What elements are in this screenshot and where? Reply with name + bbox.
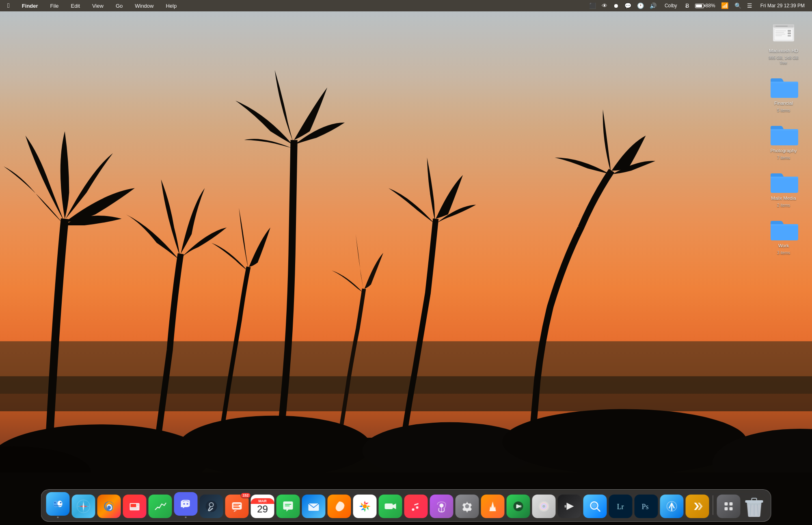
transloader-icon: [660, 495, 684, 518]
spotlight-record-icon[interactable]: ⏺: [613, 2, 619, 9]
svg-point-64: [543, 506, 544, 507]
dock-item-finder[interactable]: [46, 492, 70, 518]
dock-item-mango-badge[interactable]: 152: [225, 495, 249, 518]
dock-item-music[interactable]: [404, 495, 428, 518]
news-icon: [123, 495, 147, 518]
menubar:  Finder File Edit View Go Window Help ⬛…: [0, 0, 812, 11]
volume-icon[interactable]: 🔊: [650, 2, 657, 9]
control-center-icon[interactable]: ☰: [747, 2, 752, 9]
dock-item-app1[interactable]: [328, 495, 351, 518]
svg-point-6: [502, 409, 747, 475]
dock-item-podcasts[interactable]: [430, 495, 454, 518]
desktop-item-photography[interactable]: Photography 7 items: [763, 119, 804, 163]
desktop-item-malix-media[interactable]: Malix Media 2 items: [763, 167, 804, 210]
hard-drive-icon: [770, 19, 797, 46]
unknown-icon: [717, 495, 741, 518]
file-menu[interactable]: File: [48, 2, 61, 10]
dock-item-messages[interactable]: [276, 495, 300, 518]
settings-icon: [456, 495, 479, 518]
edit-menu[interactable]: Edit: [69, 2, 82, 10]
search-icon[interactable]: 🔍: [734, 2, 741, 9]
clock-face-icon[interactable]: 🕐: [637, 2, 644, 9]
dock-item-cd[interactable]: [532, 495, 556, 518]
cd-icon: [532, 495, 556, 518]
calendar-icon: MAR 29: [251, 495, 274, 518]
apple-menu[interactable]: : [5, 1, 12, 10]
dock-item-mail[interactable]: [302, 495, 326, 518]
app-name[interactable]: Finder: [19, 2, 41, 10]
wifi-icon[interactable]: 📶: [721, 2, 729, 9]
fcpx-icon: [558, 495, 581, 518]
dock-item-news[interactable]: [123, 495, 147, 518]
garageband-icon: [507, 495, 530, 518]
dock-item-garageband[interactable]: [507, 495, 530, 518]
view-menu[interactable]: View: [90, 2, 106, 10]
svg-point-25: [54, 502, 56, 503]
podcasts-icon: [430, 495, 454, 518]
dock-item-safari[interactable]: [72, 495, 95, 518]
dock-item-stocks[interactable]: [149, 495, 172, 518]
dock-item-facetime[interactable]: [379, 495, 402, 518]
dock-item-plex[interactable]: [686, 495, 709, 518]
svg-rect-53: [385, 503, 393, 509]
macintosh-hd-label: Macintosh HD: [769, 48, 798, 54]
dock-item-discord[interactable]: [174, 492, 198, 518]
work-label: Work: [778, 243, 789, 249]
svg-line-68: [597, 508, 600, 511]
svg-rect-50: [285, 506, 290, 506]
dock-item-photoshop[interactable]: Ps: [635, 495, 658, 518]
macintosh-hd-sublabel: 995 GB, 148 GB free: [766, 56, 801, 65]
work-folder-icon: [769, 217, 798, 241]
battery-percent: 88%: [706, 3, 715, 9]
svg-rect-46: [233, 504, 241, 505]
desktop:  Finder File Edit View Go Window Help ⬛…: [0, 0, 812, 525]
dock-item-transloader[interactable]: [660, 495, 684, 518]
datetime[interactable]: Fri Mar 29 12:39 PM: [758, 2, 807, 9]
dock-item-lightroom[interactable]: Lr: [609, 495, 633, 518]
desktop-item-work[interactable]: Work 3 items: [763, 214, 804, 258]
photography-folder-icon: [769, 122, 798, 146]
svg-marker-54: [393, 503, 396, 509]
malix-media-sublabel: 2 items: [777, 203, 790, 208]
photography-label: Photography: [770, 148, 797, 154]
svg-rect-48: [233, 507, 240, 508]
help-menu[interactable]: Help: [163, 2, 179, 10]
photos-icon: [353, 495, 377, 518]
dock-item-fcpx[interactable]: [558, 495, 581, 518]
bluetooth-icon[interactable]: Ƀ: [685, 2, 689, 9]
dock-item-photos[interactable]: [353, 495, 377, 518]
malix-media-label: Malix Media: [771, 195, 796, 201]
audacity-icon: [481, 495, 505, 518]
speech-icon[interactable]: 💬: [624, 2, 631, 9]
screenium-icon[interactable]: 👁: [602, 2, 607, 9]
dock-item-settings[interactable]: [456, 495, 479, 518]
work-sublabel: 3 items: [777, 251, 790, 255]
go-menu[interactable]: Go: [113, 2, 125, 10]
stocks-icon: [149, 495, 172, 518]
svg-rect-82: [752, 498, 757, 501]
discord-icon: [174, 492, 198, 516]
dock-separator: [713, 495, 713, 515]
svg-rect-21: [775, 26, 788, 27]
user-name[interactable]: Colby: [662, 2, 680, 9]
desktop-item-macintosh-hd[interactable]: Macintosh HD 995 GB, 148 GB free: [763, 16, 804, 68]
svg-rect-19: [788, 32, 791, 34]
svg-rect-20: [788, 35, 791, 37]
battery-indicator[interactable]: 88%: [695, 3, 715, 9]
desktop-item-financial[interactable]: Financial 5 items: [763, 72, 804, 115]
magnifier-icon: [583, 495, 607, 518]
dock-item-firefox[interactable]: [97, 495, 121, 518]
dock-item-calendar[interactable]: MAR 29: [251, 495, 274, 518]
mango-icon: [328, 495, 351, 518]
malix-media-folder-icon: [769, 169, 798, 194]
svg-point-41: [187, 503, 188, 505]
music-icon: [404, 495, 428, 518]
dock-item-extra[interactable]: [717, 495, 741, 518]
dock-item-trash[interactable]: [743, 495, 766, 518]
dock-item-audacity[interactable]: [481, 495, 505, 518]
photography-sublabel: 7 items: [777, 156, 790, 160]
dock-item-steam[interactable]: [200, 495, 223, 518]
dock-item-magnifier[interactable]: [583, 495, 607, 518]
screen-mirror-icon[interactable]: ⬛: [589, 2, 596, 9]
window-menu[interactable]: Window: [132, 2, 156, 10]
